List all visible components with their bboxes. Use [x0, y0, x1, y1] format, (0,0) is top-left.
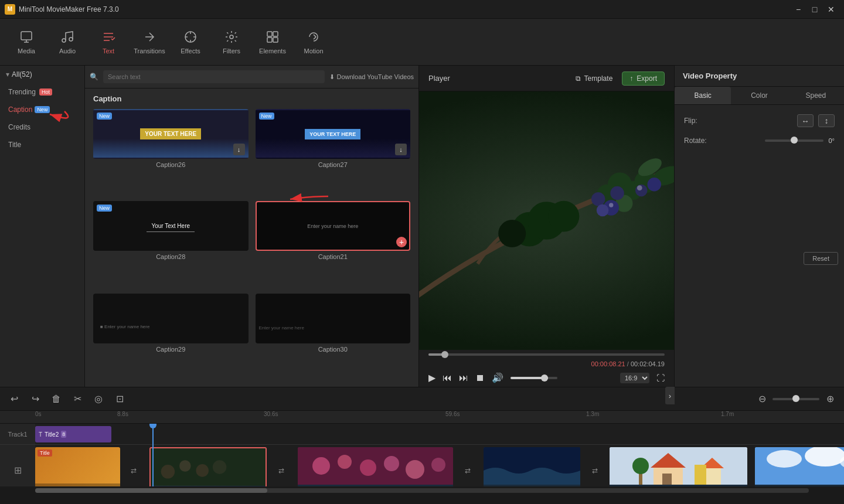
svg-point-1 [62, 39, 66, 42]
title2-clip[interactable]: T Title2 8 [35, 426, 111, 442]
tab-speed[interactable]: Speed [788, 87, 844, 104]
transition-3[interactable]: ⇄ [456, 465, 479, 476]
video-clip-4[interactable]: 🔊 [484, 447, 580, 486]
caption-item-30[interactable]: Enter your name here Caption30 [256, 294, 411, 379]
caption-label-28: Caption28 [93, 253, 249, 260]
reset-button[interactable]: Reset [804, 252, 838, 265]
progress-bar[interactable] [428, 353, 665, 356]
template-button[interactable]: ⧉ Template [576, 74, 613, 83]
svg-point-34 [196, 464, 209, 477]
hot-badge: Hot [39, 88, 52, 96]
video-property-title: Video Property [675, 66, 844, 87]
caption-item-29[interactable]: ■ Enter your name here Caption29 [93, 294, 249, 379]
transition-1[interactable]: ⇄ [122, 465, 145, 476]
rotate-slider[interactable] [765, 139, 823, 142]
redo-button[interactable]: ↪ [27, 391, 43, 407]
toolbar-effects[interactable]: Effects [170, 22, 211, 63]
player-controls: ▶ ⏮ ⏭ ⏹ 🔊 16:9 9:16 1:1 4:3 ⛶ [419, 369, 674, 387]
export-icon: ↑ [629, 74, 633, 83]
prev-button[interactable]: ⏮ [443, 373, 452, 383]
toolbar-motion[interactable]: Motion [293, 22, 334, 63]
toolbar-transitions[interactable]: Transitions [129, 22, 170, 63]
video-clip-title[interactable]: Title Title [35, 447, 120, 486]
sidebar-item-credits[interactable]: Credits [0, 118, 84, 136]
download-btn-27[interactable]: ↓ [395, 144, 407, 155]
video-clip-5[interactable]: 🔊 [610, 447, 747, 486]
playhead[interactable] [152, 424, 154, 486]
video-clip-3[interactable]: 🔊 [298, 447, 453, 486]
video-clip-6[interactable]: 🔊 [755, 447, 844, 486]
caption-item-28[interactable]: New Your Text Here Caption28 [93, 201, 249, 286]
trending-label: Trending [8, 88, 36, 96]
tab-color[interactable]: Color [731, 87, 787, 104]
zoom-slider[interactable] [772, 398, 819, 400]
time-1m3s: 1.3m [586, 411, 599, 417]
zoom-in-button[interactable]: ⊕ [822, 391, 838, 407]
svg-point-28 [498, 220, 526, 247]
zoom-out-button[interactable]: ⊖ [754, 391, 770, 407]
app-icon: M [5, 4, 15, 15]
left-panel: ▾ All(52) Trending Hot Caption New Credi… [0, 66, 85, 387]
add-track-icon[interactable]: ⊞ [14, 465, 22, 476]
undo-button[interactable]: ↩ [6, 391, 22, 407]
svg-rect-8 [273, 38, 278, 42]
transition-4[interactable]: ⇄ [583, 465, 607, 476]
caption-thumb-28[interactable]: New Your Text Here [93, 201, 249, 251]
aspect-ratio-select[interactable]: 16:9 9:16 1:1 4:3 [620, 373, 649, 383]
caption-thumb-27[interactable]: New YOUR TEXT HERE ↓ [256, 109, 411, 159]
close-button[interactable]: ✕ [823, 4, 839, 15]
volume-button[interactable]: 🔊 [492, 372, 503, 383]
timeline-content: 0s 8.8s 30.6s 59.6s 1.3m 1.7m Track1 ⊞ ♪ [0, 411, 844, 486]
flip-label: Flip: [684, 117, 697, 125]
toolbar-audio[interactable]: Audio [47, 22, 88, 63]
stop-button[interactable]: ⏹ [475, 373, 485, 383]
zoom-controls: ⊖ ⊕ [754, 391, 838, 407]
sidebar-item-title[interactable]: Title [0, 136, 84, 154]
svg-point-32 [161, 465, 175, 479]
transition-2[interactable]: ⇄ [270, 465, 293, 476]
caption-thumb-30[interactable]: Enter your name here [256, 294, 411, 343]
crop-button[interactable]: ⊡ [111, 391, 128, 407]
caption-item-27[interactable]: New YOUR TEXT HERE ↓ Caption27 [256, 109, 411, 194]
headphone-button[interactable]: ◎ [90, 391, 107, 407]
caption-thumb-26[interactable]: New YOUR TEXT HERE ↓ [93, 109, 249, 159]
search-input[interactable] [103, 70, 325, 83]
toolbar-filters[interactable]: Filters [211, 22, 252, 63]
caption-item-21[interactable]: Enter your name here + Caption21 [256, 201, 411, 286]
minimize-button[interactable]: − [790, 4, 806, 15]
video-clip-2[interactable] [149, 447, 267, 486]
tracks-scroll[interactable]: T Title2 8 Title Title ⇄ [35, 424, 844, 486]
export-button[interactable]: ↑ Export [622, 71, 665, 86]
toolbar-media[interactable]: Media [6, 22, 47, 63]
player-header: Player ⧉ Template ↑ Export [419, 66, 674, 91]
flip-horizontal-button[interactable]: ↔ [797, 114, 814, 127]
maximize-button[interactable]: □ [806, 4, 823, 15]
fullscreen-button[interactable]: ⛶ [656, 373, 665, 383]
next-button[interactable]: ⏭ [459, 373, 468, 383]
flip-vertical-button[interactable]: ↕ [818, 114, 835, 127]
svg-point-29 [637, 185, 642, 190]
sidebar-item-trending[interactable]: Trending Hot [0, 83, 84, 101]
download-btn-26[interactable]: ↓ [233, 144, 245, 155]
svg-point-49 [632, 458, 649, 474]
timeline-scrollbar[interactable] [0, 486, 844, 492]
rotate-row: Rotate: 0° [684, 137, 835, 145]
play-button[interactable]: ▶ [428, 372, 435, 383]
delete-button[interactable]: 🗑 [48, 391, 64, 407]
caption-thumb-29[interactable]: ■ Enter your name here [93, 294, 249, 343]
toolbar-text[interactable]: Text [88, 22, 129, 63]
panel-collapse-button[interactable]: › [665, 387, 675, 404]
cut-button[interactable]: ✂ [69, 391, 86, 407]
svg-point-41 [406, 460, 424, 479]
center-panel: 🔍 ⬇ Download YouTube Videos Caption New … [85, 66, 419, 387]
volume-slider[interactable] [511, 377, 557, 379]
add-caption-21-button[interactable]: + [396, 237, 407, 247]
toolbar-elements[interactable]: Elements [252, 22, 293, 63]
download-youtube-button[interactable]: ⬇ Download YouTube Videos [329, 73, 414, 81]
time-display: 00:00:08.21 / 00:02:04.19 [428, 360, 665, 367]
title-clip-icon: T [39, 431, 42, 438]
caption-thumb-21[interactable]: Enter your name here + [256, 201, 411, 251]
sidebar-item-caption[interactable]: Caption New [0, 101, 84, 118]
caption-item-26[interactable]: New YOUR TEXT HERE ↓ Caption26 [93, 109, 249, 194]
tab-basic[interactable]: Basic [675, 87, 731, 104]
